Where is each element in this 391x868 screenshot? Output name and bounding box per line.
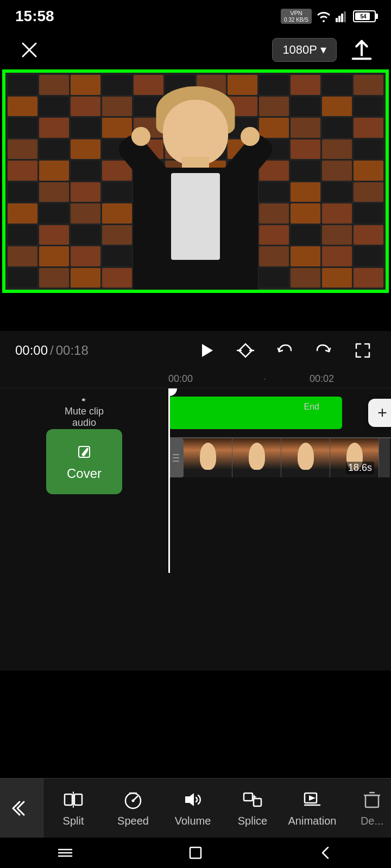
svg-rect-2 xyxy=(341,14,343,22)
splice-tool[interactable]: Splice xyxy=(223,778,282,838)
status-time: 15:58 xyxy=(15,8,54,25)
back-icon xyxy=(317,844,335,861)
cover-button[interactable]: Cover xyxy=(46,429,122,494)
redo-button[interactable] xyxy=(311,337,337,363)
green-selection-border xyxy=(2,69,389,293)
person-figure xyxy=(114,78,277,290)
status-bar: 15:58 VPN 0.32 KB/S 54 xyxy=(0,0,391,30)
nav-home-button[interactable] xyxy=(179,842,212,864)
undo-icon xyxy=(276,342,293,359)
total-time: 00:18 xyxy=(56,343,89,358)
delete-icon xyxy=(361,789,383,810)
thumbnail-strip: 18.6s xyxy=(184,438,379,477)
thumb-frame-3 xyxy=(281,438,330,477)
nav-bar xyxy=(0,838,391,868)
track-labels: Mute clip audio Cover xyxy=(0,388,168,573)
top-toolbar: 1080P ▾ xyxy=(0,30,391,69)
status-icons: VPN 0.32 KB/S 54 xyxy=(281,9,376,23)
toolbar-right: 1080P ▾ xyxy=(272,36,376,64)
volume-label: Volume xyxy=(175,815,211,827)
close-button[interactable] xyxy=(15,36,43,64)
volume-tool[interactable]: Volume xyxy=(163,778,223,838)
svg-marker-8 xyxy=(202,344,213,357)
volume-icon xyxy=(182,789,204,810)
split-label: Split xyxy=(63,815,84,827)
fullscreen-icon xyxy=(354,342,371,359)
fullscreen-button[interactable] xyxy=(350,337,376,363)
video-track-bar[interactable]: 18.6s xyxy=(184,438,390,477)
playback-bar: 00:00 / 00:18 xyxy=(0,331,391,370)
ruler-mark-1: 00:00 xyxy=(168,373,193,385)
timeline-empty-area xyxy=(0,573,391,671)
svg-point-20 xyxy=(132,800,135,802)
animation-label: Animation xyxy=(288,815,337,827)
timeline-area: 00:00 · 00:02 · Mute clip audio xyxy=(0,370,391,573)
green-track-bar[interactable]: End xyxy=(168,397,342,429)
svg-rect-0 xyxy=(336,18,338,22)
svg-marker-21 xyxy=(185,793,194,806)
thumb-frame-4: 18.6s xyxy=(330,438,379,477)
bottom-toolbar: Split Speed Volume xyxy=(0,778,391,838)
animation-tool[interactable]: Animation xyxy=(282,778,342,838)
nav-back-button[interactable] xyxy=(310,842,342,864)
video-scene xyxy=(5,73,386,290)
resolution-label: 1080P xyxy=(282,43,317,57)
svg-rect-22 xyxy=(244,793,253,801)
ruler-mark-2: 00:02 xyxy=(310,373,334,385)
svg-rect-1 xyxy=(338,16,340,22)
add-icon: + xyxy=(377,404,387,422)
svg-rect-35 xyxy=(190,847,201,858)
signal-icon xyxy=(336,10,349,22)
video-track: 18.6s xyxy=(168,437,391,486)
speed-tool[interactable]: Speed xyxy=(103,778,163,838)
delete-tool[interactable]: De... xyxy=(342,778,391,838)
animation-icon xyxy=(301,789,323,810)
svg-rect-15 xyxy=(74,794,82,805)
wifi-icon xyxy=(316,10,331,22)
resolution-button[interactable]: 1080P ▾ xyxy=(272,38,337,62)
export-icon xyxy=(348,36,376,64)
mute-label-text: Mute clip audio xyxy=(65,406,104,429)
track-handle[interactable] xyxy=(168,438,184,477)
nav-menu-button[interactable] xyxy=(49,842,81,864)
chevron-down-icon: ▾ xyxy=(320,43,326,57)
undo-button[interactable] xyxy=(272,337,298,363)
video-preview-wrapper xyxy=(0,69,391,293)
thumb-frame-1 xyxy=(184,438,232,477)
cover-label: Cover xyxy=(67,466,102,481)
svg-rect-14 xyxy=(65,794,72,805)
svg-marker-27 xyxy=(309,795,316,801)
speed-icon xyxy=(122,789,144,810)
svg-marker-12 xyxy=(82,398,84,402)
play-button[interactable] xyxy=(193,337,219,363)
cover-track: End + xyxy=(168,388,391,437)
speed-label: Speed xyxy=(117,815,149,827)
video-preview xyxy=(5,73,386,290)
split-tool[interactable]: Split xyxy=(43,778,103,838)
spacer xyxy=(0,293,391,331)
chevron-left-icon xyxy=(12,799,31,818)
playhead[interactable] xyxy=(168,388,170,573)
split-icon xyxy=(62,789,84,810)
close-icon xyxy=(21,41,38,59)
splice-label: Splice xyxy=(238,815,267,827)
battery-indicator: 54 xyxy=(353,10,376,22)
back-button[interactable] xyxy=(0,778,43,838)
svg-rect-23 xyxy=(254,799,261,806)
add-media-button[interactable]: + xyxy=(368,399,391,427)
menu-icon xyxy=(56,844,74,861)
keyframe-button[interactable] xyxy=(232,337,258,363)
thumb-frame-2 xyxy=(232,438,281,477)
svg-rect-3 xyxy=(344,11,346,22)
play-icon xyxy=(198,342,215,359)
vpn-badge: VPN 0.32 KB/S xyxy=(281,9,312,23)
tool-items: Split Speed Volume xyxy=(43,778,391,838)
svg-rect-29 xyxy=(365,795,379,807)
tracks-content: End + xyxy=(168,388,391,573)
keyframe-icon xyxy=(237,342,254,359)
time-separator: / xyxy=(50,343,54,358)
home-icon xyxy=(187,844,204,861)
speaker-icon xyxy=(74,397,94,403)
export-button[interactable] xyxy=(348,36,376,64)
end-label: End xyxy=(304,402,319,412)
